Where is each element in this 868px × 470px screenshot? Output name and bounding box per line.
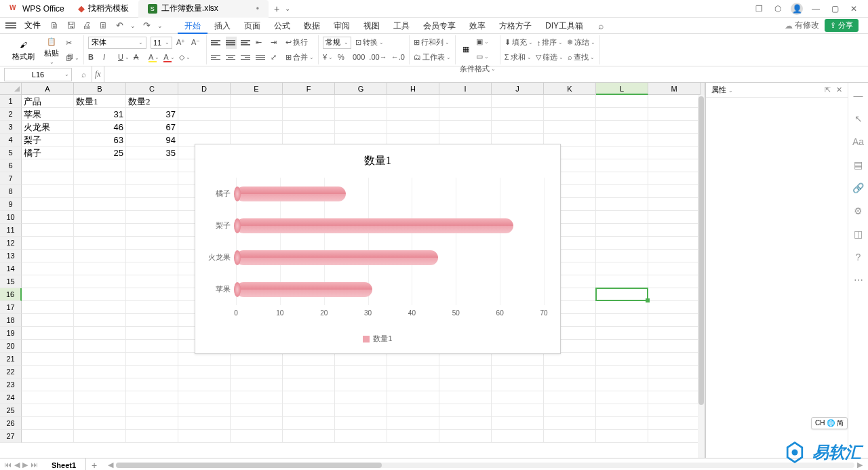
col-header-K[interactable]: K (544, 83, 596, 95)
cell-B17[interactable] (74, 301, 126, 314)
cell-D23[interactable] (178, 378, 231, 391)
cell-B14[interactable] (74, 262, 126, 275)
cell-E23[interactable] (231, 378, 283, 391)
cell-C24[interactable] (126, 391, 178, 404)
cell-I3[interactable] (439, 121, 492, 134)
cell-B20[interactable] (74, 340, 126, 353)
last-sheet-icon[interactable]: ⏭ (31, 461, 38, 469)
save-icon[interactable]: 🖫 (65, 20, 76, 31)
burger-menu-icon[interactable] (5, 22, 16, 28)
cell-C10[interactable] (126, 211, 178, 224)
cell-A8[interactable] (22, 185, 74, 198)
cell-J24[interactable] (492, 391, 544, 404)
font-shrink-button[interactable]: A⁻ (191, 37, 202, 49)
cell-E21[interactable] (231, 353, 283, 366)
cell-M1[interactable] (648, 95, 701, 108)
cell-I27[interactable] (439, 430, 492, 443)
cell-A15[interactable] (22, 275, 74, 288)
row-header-24[interactable]: 24 (0, 391, 22, 404)
cell-D3[interactable] (178, 121, 231, 134)
cell-L3[interactable] (596, 121, 648, 134)
cell-B19[interactable] (74, 327, 126, 340)
cell-E25[interactable] (231, 404, 283, 417)
cell-D27[interactable] (178, 430, 231, 443)
worksheet-button[interactable]: 🗂工作表⌄ (414, 51, 451, 63)
cell-C18[interactable] (126, 314, 178, 327)
share-button[interactable]: ⇪分享 (825, 19, 859, 32)
more-icon[interactable]: ⋯ (852, 274, 865, 286)
cell-C3[interactable]: 67 (126, 121, 178, 134)
cell-A18[interactable] (22, 314, 74, 327)
first-sheet-icon[interactable]: ⏮ (4, 461, 12, 469)
cell-A20[interactable] (22, 340, 74, 353)
freeze-button[interactable]: ❄冻结⌄ (567, 37, 595, 49)
valign-top-button[interactable] (211, 37, 222, 49)
dec-inc-button[interactable]: .00→ (369, 51, 387, 63)
row-header-25[interactable]: 25 (0, 404, 22, 417)
cell-A23[interactable] (22, 378, 74, 391)
style-icon[interactable]: Aa (852, 136, 865, 148)
cell-K3[interactable] (544, 121, 596, 134)
cell-F1[interactable] (283, 95, 335, 108)
cell-K27[interactable] (544, 430, 596, 443)
cell-I24[interactable] (439, 391, 492, 404)
chart-bar[interactable] (236, 282, 372, 297)
cell-A25[interactable] (22, 404, 74, 417)
tab-squaregrid[interactable]: 方格方子 (492, 18, 538, 34)
valign-bottom-button[interactable] (241, 37, 252, 49)
undo-icon[interactable]: ↶ (114, 20, 125, 31)
cell-C16[interactable] (126, 288, 178, 301)
row-header-5[interactable]: 5 (0, 146, 22, 159)
cell-L18[interactable] (596, 314, 648, 327)
underline-button[interactable]: U⌄ (118, 51, 130, 63)
has-modification-indicator[interactable]: 有修改 (785, 20, 819, 31)
settings-icon[interactable]: ⚙ (852, 205, 865, 217)
col-header-B[interactable]: B (74, 83, 126, 95)
cell-M25[interactable] (648, 404, 701, 417)
maximize-button[interactable]: ▢ (829, 3, 841, 15)
cell-D25[interactable] (178, 404, 231, 417)
cell-A1[interactable]: 产品 (22, 95, 74, 108)
select-all-corner[interactable] (0, 83, 22, 95)
row-header-18[interactable]: 18 (0, 314, 22, 327)
cell-M10[interactable] (648, 211, 701, 224)
cell-B13[interactable] (74, 250, 126, 262)
row-header-26[interactable]: 26 (0, 417, 22, 430)
cell-C26[interactable] (126, 417, 178, 430)
cell-K25[interactable] (544, 404, 596, 417)
row-header-1[interactable]: 1 (0, 95, 22, 108)
row-header-23[interactable]: 23 (0, 378, 22, 391)
cell-C6[interactable] (126, 159, 178, 172)
cell-M3[interactable] (648, 121, 701, 134)
cell-C9[interactable] (126, 198, 178, 211)
prev-sheet-icon[interactable]: ◀ (14, 461, 20, 469)
cell-B25[interactable] (74, 404, 126, 417)
italic-button[interactable]: I (103, 51, 114, 63)
cell-G1[interactable] (335, 95, 387, 108)
cell-M5[interactable] (648, 146, 701, 159)
cell-L15[interactable] (596, 275, 648, 288)
cell-F23[interactable] (283, 378, 335, 391)
cell-F25[interactable] (283, 404, 335, 417)
undo-dropdown[interactable]: ⌄ (130, 22, 136, 29)
cell-I25[interactable] (439, 404, 492, 417)
cell-G21[interactable] (335, 353, 387, 366)
cell-E24[interactable] (231, 391, 283, 404)
filter-button[interactable]: ▽筛选⌄ (536, 51, 564, 63)
cell-L23[interactable] (596, 378, 648, 391)
new-icon[interactable]: 🗎 (49, 20, 60, 31)
sum-button[interactable]: Σ求和⌄ (505, 51, 532, 63)
cell-D22[interactable] (178, 366, 231, 378)
cell-A12[interactable] (22, 237, 74, 250)
cell-C5[interactable]: 35 (126, 146, 178, 159)
cell-C1[interactable]: 数量2 (126, 95, 178, 108)
col-header-H[interactable]: H (387, 83, 439, 95)
cell-G22[interactable] (335, 366, 387, 378)
cell-J27[interactable] (492, 430, 544, 443)
cell-M27[interactable] (648, 430, 701, 443)
cell-C20[interactable] (126, 340, 178, 353)
cell-L2[interactable] (596, 108, 648, 121)
cell-C22[interactable] (126, 366, 178, 378)
row-header-13[interactable]: 13 (0, 250, 22, 262)
font-color-button[interactable]: A⌄ (163, 51, 174, 63)
